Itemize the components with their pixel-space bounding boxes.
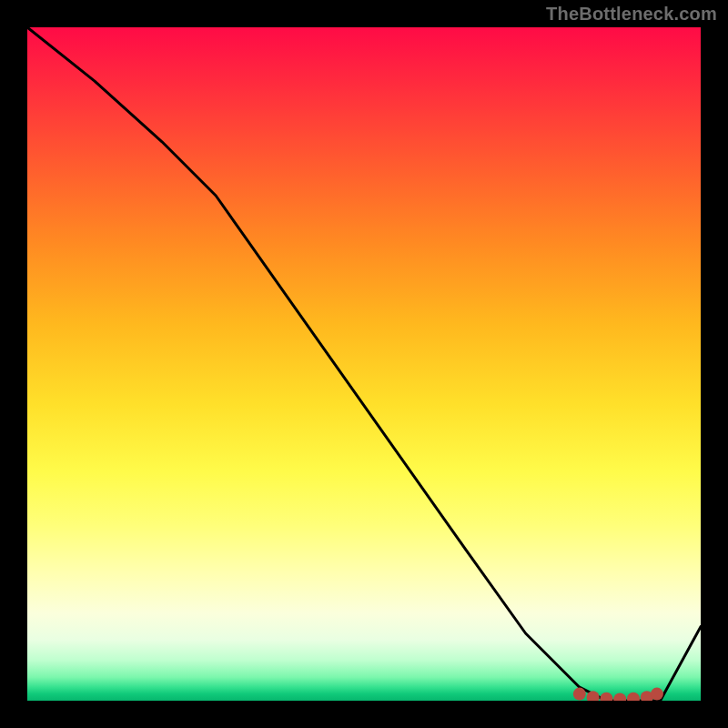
marker-dot: [627, 693, 640, 701]
line-series: [27, 27, 701, 701]
marker-dot: [600, 693, 612, 701]
watermark-text: TheBottleneck.com: [546, 4, 717, 25]
chart-svg: [27, 27, 701, 701]
marker-dot: [651, 688, 663, 701]
chart-container: TheBottleneck.com: [0, 0, 728, 728]
marker-dot: [573, 688, 586, 701]
plot-area: [27, 27, 701, 701]
marker-dot: [613, 693, 626, 702]
